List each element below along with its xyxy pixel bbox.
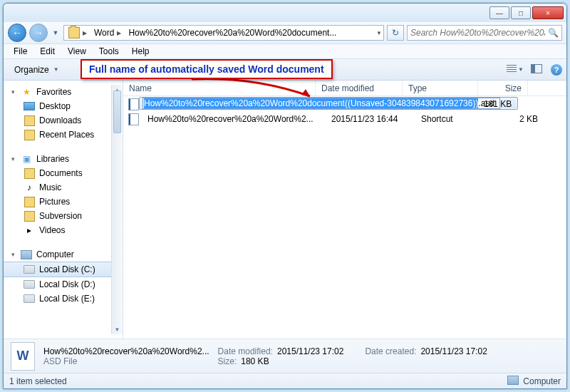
details-size-value: 180 KB <box>241 356 269 366</box>
status-location: Computer <box>523 376 561 386</box>
drive-icon <box>24 279 35 290</box>
tree-label: Music <box>39 182 61 192</box>
computer-icon <box>21 249 32 260</box>
subversion-icon <box>24 210 35 222</box>
tree-label: Subversion <box>39 211 82 221</box>
recent-icon <box>24 129 35 140</box>
libraries-header[interactable]: Libraries <box>36 154 69 164</box>
search-icon: 🔍 <box>548 28 559 38</box>
sidebar-item-local-disk-c[interactable]: Local Disk (C:) <box>4 262 111 277</box>
preview-pane-button[interactable] <box>529 63 544 77</box>
menu-edit[interactable]: Edit <box>34 45 61 58</box>
sidebar-scrollbar[interactable]: ▲ ▼ <box>111 85 123 334</box>
sidebar-item-music[interactable]: ♪Music <box>4 180 111 195</box>
status-selection: 1 item selected <box>9 376 67 386</box>
back-button[interactable]: ← <box>8 24 26 42</box>
computer-header[interactable]: Computer <box>36 249 74 259</box>
annotation-callout: Full name of automatically saved Word do… <box>81 59 333 79</box>
details-filetype: ASD File <box>43 356 209 366</box>
desktop-icon <box>24 100 35 112</box>
file-size: 2 KB <box>494 114 544 124</box>
maximize-button[interactable]: □ <box>511 6 531 19</box>
search-input[interactable] <box>410 28 545 38</box>
details-pane: How%20to%20recover%20a%20Word%2... ASD F… <box>4 339 566 373</box>
search-box[interactable]: 🔍 <box>407 25 562 41</box>
status-bar: 1 item selected Computer <box>4 373 566 388</box>
tree-expander[interactable]: ▾ <box>9 155 16 163</box>
documents-icon <box>24 167 35 179</box>
tree-label: Local Disk (E:) <box>39 294 95 304</box>
sidebar-item-local-disk-e[interactable]: Local Disk (E:) <box>4 292 111 306</box>
word-file-icon <box>11 342 35 371</box>
sidebar-item-pictures[interactable]: Pictures <box>4 195 111 209</box>
column-headers: Name Date modified Type Size <box>123 81 566 96</box>
tree-label: Documents <box>39 168 83 178</box>
file-row[interactable]: How%20to%20recover%20a%20Word%2... 2015/… <box>123 112 566 126</box>
file-name: How%20to%20recover%20a%20Word%2... <box>142 114 323 124</box>
computer-icon <box>507 376 519 387</box>
menubar: File Edit View Tools Help <box>4 43 566 59</box>
scroll-down-icon[interactable]: ▼ <box>112 324 123 334</box>
menu-tools[interactable]: Tools <box>93 45 125 58</box>
tree-label: Desktop <box>39 101 71 111</box>
sidebar-item-documents[interactable]: Documents <box>4 166 111 180</box>
column-type[interactable]: Type <box>403 81 478 96</box>
navigation-pane: ▾★Favorites Desktop Downloads Recent Pla… <box>4 81 123 339</box>
sidebar-item-downloads[interactable]: Downloads <box>4 113 111 128</box>
breadcrumb-more[interactable]: ▼ <box>376 30 382 36</box>
refresh-button[interactable]: ↻ <box>387 25 404 41</box>
details-created-value: 2015/11/23 17:02 <box>420 346 487 356</box>
breadcrumb-segment[interactable]: How%20to%20recover%20a%20Word%20document… <box>128 28 336 38</box>
column-size[interactable]: Size <box>478 81 528 96</box>
rename-editor[interactable]: How%20to%20recover%20a%20Word%20document… <box>142 98 500 109</box>
downloads-icon <box>24 115 35 126</box>
tree-label: Downloads <box>39 115 81 125</box>
drive-icon <box>24 264 35 275</box>
titlebar[interactable]: — □ × <box>4 4 566 22</box>
details-modified-label: Date modified: <box>218 346 273 356</box>
file-row-selected[interactable]: How%20to%20recover%20a%20Word%20document… <box>123 96 566 112</box>
sidebar-item-videos[interactable]: ▸Videos <box>4 223 111 237</box>
tree-label: Local Disk (C:) <box>39 264 95 274</box>
rename-text-selection: How%20to%20recover%20a%20Word%20document… <box>144 98 478 108</box>
menu-view[interactable]: View <box>62 45 92 58</box>
history-dropdown[interactable]: ▼ <box>51 29 61 36</box>
column-name[interactable]: Name <box>123 81 316 96</box>
tree-expander[interactable]: ▾ <box>9 251 16 258</box>
menu-help[interactable]: Help <box>126 45 155 58</box>
drive-icon <box>24 293 35 304</box>
sidebar-item-desktop[interactable]: Desktop <box>4 99 111 113</box>
address-bar[interactable]: ▶ Word▶ How%20to%20recover%20a%20Word%20… <box>63 25 384 41</box>
details-created-label: Date created: <box>365 346 416 356</box>
view-options-button[interactable]: ▼ <box>508 63 522 77</box>
tree-expander[interactable]: ▾ <box>9 88 16 96</box>
close-button[interactable]: × <box>532 6 564 19</box>
tree-label: Local Disk (D:) <box>39 279 95 289</box>
forward-button[interactable]: → <box>29 24 48 42</box>
help-button[interactable]: ? <box>551 64 562 76</box>
scroll-thumb[interactable] <box>113 91 121 133</box>
details-size-label: Size: <box>218 356 237 366</box>
details-filename: How%20to%20recover%20a%20Word%2... <box>43 346 209 356</box>
tree-label: Recent Places <box>39 130 94 140</box>
tree-label: Videos <box>39 225 65 235</box>
file-date: 2015/11/23 16:44 <box>326 114 413 124</box>
word-file-icon <box>128 113 139 125</box>
organize-button[interactable]: Organize ▼ <box>8 62 66 78</box>
tree-label: Pictures <box>39 197 70 207</box>
details-modified-value: 2015/11/23 17:02 <box>277 346 343 356</box>
folder-icon <box>68 27 80 38</box>
nav-toolbar: ← → ▼ ▶ Word▶ How%20to%20recover%20a%20W… <box>4 22 566 43</box>
column-date-modified[interactable]: Date modified <box>316 81 403 96</box>
star-icon: ★ <box>21 86 32 98</box>
sidebar-item-recent-places[interactable]: Recent Places <box>4 128 111 142</box>
menu-file[interactable]: File <box>8 45 33 58</box>
sidebar-item-subversion[interactable]: Subversion <box>4 209 111 223</box>
breadcrumb-segment[interactable]: Word <box>94 28 114 38</box>
minimize-button[interactable]: — <box>489 6 509 19</box>
word-file-icon <box>128 98 139 110</box>
command-toolbar: Organize ▼ Full name of automatically sa… <box>4 59 566 81</box>
favorites-header[interactable]: Favorites <box>36 87 71 97</box>
file-size: 181 KB <box>478 99 517 109</box>
sidebar-item-local-disk-d[interactable]: Local Disk (D:) <box>4 277 111 292</box>
